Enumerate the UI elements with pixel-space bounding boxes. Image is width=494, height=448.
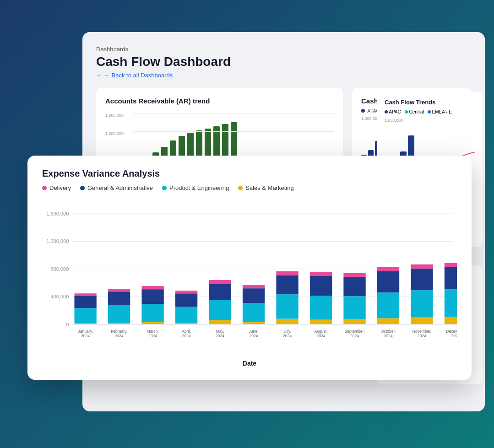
right-top-title: Cash Flow Trends [385, 99, 475, 106]
modal-legend: Delivery General & Administrative Produc… [42, 184, 457, 191]
svg-text:0: 0 [66, 322, 69, 327]
bar-july: July, 2024 [276, 271, 298, 338]
bar-nov: November, 2024 [411, 264, 433, 338]
legend-product-label: Product & Engineering [169, 184, 229, 191]
legend-delivery-dot [42, 186, 47, 190]
bar-june: June, 2024 [243, 285, 265, 338]
ar-y-label-mid: 1,200,000 [105, 131, 124, 136]
svg-text:2024: 2024 [384, 334, 392, 338]
svg-text:400,000: 400,000 [50, 294, 69, 299]
legend-delivery: Delivery [42, 184, 71, 191]
x-axis-label: Date [42, 360, 457, 367]
svg-rect-69 [377, 267, 399, 271]
svg-rect-55 [310, 296, 332, 319]
svg-rect-26 [141, 289, 163, 304]
svg-text:July,: July, [283, 329, 291, 334]
svg-text:800,000: 800,000 [50, 266, 69, 272]
svg-text:April,: April, [182, 329, 190, 334]
svg-rect-33 [175, 291, 197, 293]
svg-text:June,: June, [249, 329, 259, 334]
svg-rect-74 [411, 269, 433, 290]
bar-sep: September, 2024 [343, 273, 365, 338]
svg-rect-61 [343, 296, 365, 319]
bar-dec: December, 2024 [445, 263, 457, 338]
back-arrow-icon: ← [96, 72, 102, 79]
svg-text:2024: 2024 [115, 334, 124, 338]
svg-text:1,200,000: 1,200,000 [46, 238, 69, 244]
dashboard-title: Cash Flow Dashboard [96, 54, 471, 69]
svg-rect-44 [243, 288, 265, 303]
svg-rect-13 [74, 308, 96, 323]
svg-rect-56 [310, 276, 332, 296]
svg-rect-50 [276, 275, 298, 294]
svg-rect-27 [141, 286, 163, 289]
svg-text:May,: May, [216, 329, 224, 334]
svg-text:2024: 2024 [250, 334, 258, 338]
ar-chart-title: Accounts Receivable (AR) trend [105, 97, 334, 105]
legend-product: Product & Engineering [162, 184, 229, 191]
bar-august: August, 2024 [310, 272, 332, 338]
svg-rect-60 [343, 319, 365, 324]
legend-admin-dot [80, 186, 85, 190]
svg-rect-31 [175, 307, 197, 323]
legend-product-dot [162, 186, 167, 190]
svg-rect-48 [276, 319, 298, 324]
svg-rect-36 [209, 320, 231, 324]
svg-text:1,600,000: 1,600,000 [46, 211, 69, 216]
svg-text:November,: November, [413, 329, 431, 334]
svg-text:August,: August, [315, 329, 328, 334]
bar-chart-container: 1,600,000 1,200,000 800,000 400,000 0 [42, 200, 457, 356]
svg-text:2024: 2024 [182, 334, 191, 338]
svg-rect-49 [276, 294, 298, 318]
svg-rect-43 [243, 303, 265, 322]
svg-rect-42 [243, 322, 265, 324]
svg-text:January,: January, [78, 329, 93, 334]
modal-chart-title: Expense Variance Analysis [42, 168, 457, 179]
back-link[interactable]: ← ← Back to all Dashboards [96, 72, 471, 79]
svg-rect-73 [411, 290, 433, 317]
svg-rect-62 [343, 277, 365, 296]
legend-admin-label: General & Administrative [87, 184, 153, 191]
svg-text:2024: 2024 [350, 334, 359, 338]
svg-rect-66 [377, 318, 399, 324]
svg-rect-24 [141, 322, 163, 324]
legend-admin: General & Administrative [80, 184, 153, 191]
svg-rect-72 [411, 318, 433, 324]
bar-jan: January, 2024 [74, 293, 96, 338]
back-link-text: ← Back to all Dashboards [104, 72, 173, 79]
svg-text:October,: October, [381, 329, 396, 334]
svg-rect-63 [343, 273, 365, 277]
legend-sales-dot [238, 186, 243, 190]
svg-rect-25 [141, 304, 163, 322]
svg-text:2024: 2024 [148, 334, 157, 338]
expense-variance-modal: Expense Variance Analysis Delivery Gener… [27, 156, 472, 380]
svg-rect-51 [276, 271, 298, 275]
svg-text:2024: 2024 [418, 334, 426, 338]
svg-rect-21 [108, 289, 130, 291]
svg-rect-57 [310, 272, 332, 276]
bar-chart-svg: 1,600,000 1,200,000 800,000 400,000 0 [42, 200, 457, 356]
svg-text:February,: February, [111, 329, 127, 334]
svg-text:December,: December, [446, 329, 457, 334]
bar-march: March, 2024 [141, 286, 163, 338]
legend-delivery-label: Delivery [49, 184, 71, 191]
svg-text:September,: September, [345, 329, 365, 334]
svg-rect-39 [209, 280, 231, 284]
ar-y-label-top: 1,600,000 [105, 113, 124, 118]
svg-rect-37 [209, 300, 231, 320]
svg-text:2024: 2024 [81, 334, 90, 338]
bar-may: May, 2024 [209, 280, 231, 338]
svg-rect-15 [74, 293, 96, 296]
legend-sales-label: Sales & Marketing [245, 184, 294, 191]
svg-text:2024: 2024 [317, 334, 326, 338]
breadcrumb: Dashboards [96, 46, 471, 53]
svg-rect-75 [411, 264, 433, 269]
svg-rect-78 [445, 317, 457, 324]
svg-rect-80 [445, 267, 457, 289]
legend-sales: Sales & Marketing [238, 184, 294, 191]
bar-april: April, 2024 [175, 291, 197, 338]
svg-text:2024: 2024 [451, 334, 457, 338]
svg-rect-38 [209, 284, 231, 300]
svg-rect-68 [377, 271, 399, 292]
svg-text:2024: 2024 [283, 334, 292, 338]
